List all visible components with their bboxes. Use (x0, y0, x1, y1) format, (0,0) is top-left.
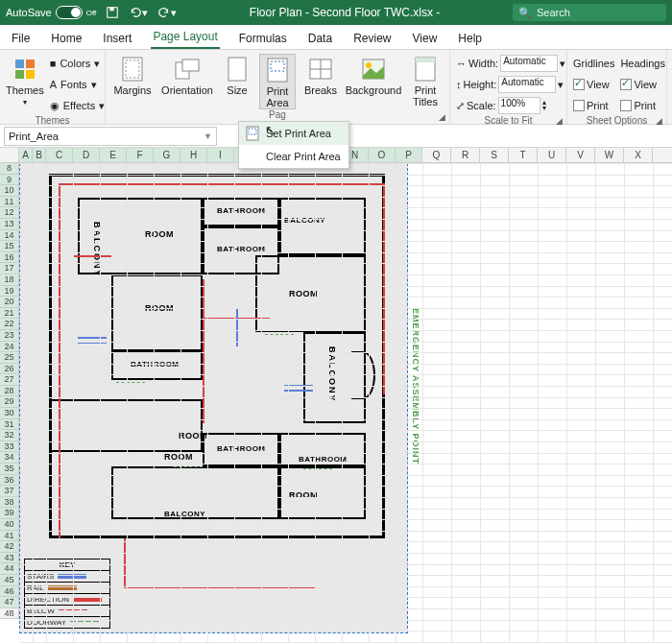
row-header[interactable]: 18 (0, 274, 19, 286)
tab-insert[interactable]: Insert (101, 28, 133, 49)
row-header[interactable]: 39 (0, 508, 19, 519)
dialog-launcher-icon[interactable]: ◢ (556, 116, 563, 126)
col-header[interactable]: Q (422, 148, 451, 162)
gridlines-print-check[interactable]: Print (573, 96, 614, 115)
redo-icon[interactable]: ▾ (157, 6, 177, 19)
row-header[interactable]: 34 (0, 452, 19, 464)
print-area-button[interactable]: Print Area (259, 54, 296, 109)
row-header[interactable]: 31 (0, 419, 19, 431)
col-header[interactable]: W (595, 148, 624, 162)
fonts-button[interactable]: A Fonts ▾ (50, 75, 105, 94)
tab-help[interactable]: Help (456, 28, 484, 49)
breaks-button[interactable]: Breaks (301, 54, 340, 96)
worksheet[interactable]: ABCDEFGHIJKLMNOPQRSTUVWX 891011121314151… (0, 148, 672, 643)
row-header[interactable]: 22 (0, 319, 19, 330)
row-header[interactable]: 35 (0, 464, 19, 475)
themes-button[interactable]: Themes▾ (6, 54, 44, 107)
col-header[interactable]: D (73, 148, 100, 162)
row-header[interactable]: 14 (0, 230, 19, 242)
search-box[interactable]: 🔍 Search (513, 4, 666, 21)
row-header[interactable]: 40 (0, 519, 19, 531)
size-button[interactable]: Size (221, 54, 253, 96)
row-header[interactable]: 33 (0, 441, 19, 453)
row-header[interactable]: 10 (0, 185, 19, 197)
colors-button[interactable]: ■ Colors ▾ (50, 54, 105, 73)
row-header[interactable]: 24 (0, 342, 19, 353)
print-titles-button[interactable]: Print Titles (407, 54, 444, 107)
undo-icon[interactable]: ▾ (129, 6, 148, 19)
row-header[interactable]: 29 (0, 396, 19, 408)
autosave-toggle[interactable]: AutoSave Off (6, 6, 96, 19)
col-header[interactable]: T (509, 148, 538, 162)
row-header[interactable]: 9 (0, 175, 19, 186)
tab-formulas[interactable]: Formulas (237, 28, 289, 49)
row-header[interactable]: 30 (0, 408, 19, 419)
row-header[interactable]: 42 (0, 541, 19, 553)
chevron-down-icon[interactable]: ▼ (204, 131, 212, 141)
col-header[interactable]: S (480, 148, 509, 162)
toggle-switch[interactable] (56, 6, 83, 19)
orientation-button[interactable]: Orientation (159, 54, 215, 96)
row-header[interactable]: 20 (0, 297, 19, 308)
col-header[interactable]: E (100, 148, 127, 162)
row-header[interactable]: 19 (0, 286, 19, 298)
col-header[interactable]: V (566, 148, 595, 162)
headings-print-check[interactable]: Print (620, 96, 664, 115)
row-header[interactable]: 45 (0, 575, 19, 586)
gridlines-view-check[interactable]: View (573, 75, 614, 94)
dialog-launcher-icon[interactable]: ◢ (656, 116, 662, 126)
grid-cells[interactable]: ROOM BALCONY BATHROOM BALCONY BATHROOM R… (19, 163, 672, 643)
row-header[interactable]: 15 (0, 241, 19, 252)
col-header[interactable]: A (19, 148, 33, 162)
tab-home[interactable]: Home (49, 28, 84, 49)
save-icon[interactable] (106, 6, 119, 19)
row-header[interactable]: 26 (0, 364, 19, 375)
effects-button[interactable]: ◉ Effects ▾ (50, 96, 105, 115)
height-select[interactable]: Automatic (498, 76, 556, 93)
row-header[interactable]: 13 (0, 219, 19, 230)
row-header[interactable]: 25 (0, 352, 19, 364)
width-select[interactable]: Automatic (500, 55, 558, 72)
row-header[interactable]: 16 (0, 252, 19, 264)
row-header[interactable]: 27 (0, 374, 19, 386)
dialog-launcher-icon[interactable]: ◢ (439, 112, 445, 122)
col-header[interactable]: B (33, 148, 46, 162)
row-header[interactable]: 38 (0, 497, 19, 509)
col-header[interactable]: O (369, 148, 396, 162)
col-header[interactable]: F (127, 148, 154, 162)
col-header[interactable]: C (46, 148, 73, 162)
col-header[interactable]: U (538, 148, 566, 162)
tab-page-layout[interactable]: Page Layout (151, 26, 219, 49)
tab-file[interactable]: File (10, 28, 32, 49)
row-header[interactable]: 21 (0, 308, 19, 320)
col-header[interactable]: X (624, 148, 653, 162)
row-header[interactable]: 41 (0, 531, 19, 542)
row-header[interactable]: 8 (0, 163, 19, 175)
set-print-area-item[interactable]: Set Print Area (239, 122, 348, 145)
row-header[interactable]: 47 (0, 597, 19, 608)
background-button[interactable]: Background (346, 54, 401, 96)
row-header[interactable]: 17 (0, 263, 19, 274)
row-header[interactable]: 46 (0, 586, 19, 598)
margins-button[interactable]: Margins (111, 54, 154, 96)
col-header[interactable]: H (180, 148, 207, 162)
row-header[interactable]: 44 (0, 563, 19, 575)
row-header[interactable]: 36 (0, 475, 19, 487)
headings-view-check[interactable]: View (620, 75, 664, 94)
scale-input[interactable]: 100% (498, 97, 540, 114)
tab-data[interactable]: Data (306, 28, 334, 49)
col-header[interactable]: I (207, 148, 234, 162)
tab-review[interactable]: Review (351, 28, 393, 49)
col-header[interactable]: R (451, 148, 480, 162)
row-header[interactable]: 43 (0, 553, 19, 564)
row-header[interactable]: 28 (0, 386, 19, 397)
col-header[interactable]: G (154, 148, 180, 162)
row-header[interactable]: 32 (0, 430, 19, 441)
row-header[interactable]: 12 (0, 207, 19, 219)
row-header[interactable]: 11 (0, 197, 19, 208)
row-header[interactable]: 23 (0, 330, 19, 342)
row-header[interactable]: 48 (0, 608, 19, 620)
tab-view[interactable]: View (411, 28, 440, 49)
name-box[interactable]: Print_Area ▼ (4, 127, 217, 146)
col-header[interactable]: P (396, 148, 422, 162)
